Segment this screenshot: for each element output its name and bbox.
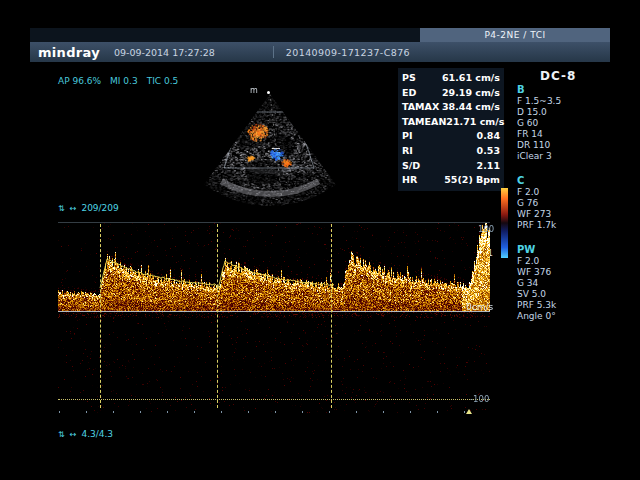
measurement-label: PS [402, 71, 416, 86]
measurement-label: RI [402, 144, 413, 159]
measurement-row: RI 0.53 [402, 144, 500, 159]
ultrasound-screen: P4-2NE / TCI mindray 09-09-2014 17:27:28… [0, 0, 640, 480]
section-label-c: C [517, 175, 609, 187]
time-position-marker [466, 409, 472, 414]
velocity-scale-bottom: -100 [470, 394, 489, 404]
param-item: PRF 1.7k [517, 220, 609, 231]
mechanical-index: MI 0.3 [110, 76, 138, 86]
param-item: WF 376 [517, 267, 609, 278]
param-item: F 2.0 [517, 187, 609, 198]
param-item: FR 14 [517, 129, 609, 140]
measure-marker-line-1 [100, 224, 101, 408]
measurement-value: 21.71 cm/s [446, 115, 504, 130]
thermal-index: TIC 0.5 [147, 76, 179, 86]
measurement-label: HR [402, 173, 417, 188]
param-item: SV 5.0 [517, 289, 609, 300]
velocity-scale-zero: 0cm/s [466, 302, 493, 312]
sweep-scroll-icon[interactable]: ⇅ [58, 430, 65, 439]
header-bar: mindray 09-09-2014 17:27:28 20140909-171… [30, 42, 610, 62]
spectral-doppler-area [58, 222, 490, 413]
velocity-scale-top: 100 [478, 224, 494, 234]
param-item: D 15.0 [517, 107, 609, 118]
measurement-value: 61.61 cm/s [442, 71, 500, 86]
probe-tab[interactable]: P4-2NE / TCI [420, 28, 610, 42]
param-item: WF 273 [517, 209, 609, 220]
section-label-b: B [517, 84, 609, 96]
param-item: F 1.5~3.5 [517, 96, 609, 107]
measurement-label: TAMAX [402, 100, 439, 115]
param-item: G 76 [517, 198, 609, 209]
sidebar-section-pw: PW F 2.0 WF 376 G 34 SV 5.0 PRF 5.3k Ang… [517, 244, 609, 322]
measure-marker-line-2 [217, 224, 218, 408]
probe-apex-dot [267, 91, 270, 94]
measurement-value: 0.84 [477, 129, 500, 144]
measurement-row: HR 55(2) Bpm [402, 173, 500, 188]
orientation-marker: m [250, 86, 258, 95]
measurement-value: 2.11 [477, 159, 500, 174]
top-strip: P4-2NE / TCI [30, 28, 610, 42]
measurement-label: ED [402, 86, 416, 101]
param-item: iClear 3 [517, 151, 609, 162]
sidebar-section-c: C F 2.0 G 76 WF 273 PRF 1.7k [517, 175, 609, 231]
measurement-row: PI 0.84 [402, 129, 500, 144]
sweep-counter: 4.3/4.3 [81, 429, 113, 439]
measurement-row: S/D 2.11 [402, 159, 500, 174]
sweep-range-icon[interactable]: ↔ [70, 430, 77, 439]
color-doppler-scale-bar [501, 188, 508, 258]
datetime-text: 09-09-2014 17:27:28 [114, 47, 215, 58]
section-label-pw: PW [517, 244, 609, 256]
param-item: PRF 5.3k [517, 300, 609, 311]
parameter-sidebar: B F 1.5~3.5 D 15.0 G 60 FR 14 DR 110 iCl… [517, 84, 609, 335]
b-mode-sector-image [186, 88, 356, 216]
param-item: Angle 0° [517, 311, 609, 322]
sidebar-section-b: B F 1.5~3.5 D 15.0 G 60 FR 14 DR 110 iCl… [517, 84, 609, 162]
measurement-value: 55(2) Bpm [444, 173, 500, 188]
measurement-label: S/D [402, 159, 420, 174]
pw-spectrum-canvas [58, 223, 490, 413]
param-item: G 34 [517, 278, 609, 289]
cine-counter: 209/209 [81, 203, 118, 213]
measurement-row: PS 61.61 cm/s [402, 71, 500, 86]
measurement-value: 0.53 [477, 144, 500, 159]
measurement-label: TAMEAN [402, 115, 446, 130]
time-ruler-ticks [59, 411, 489, 413]
measure-marker-line-3 [331, 224, 332, 408]
cine-scroll-icon[interactable]: ⇅ [58, 204, 65, 213]
param-item: DR 110 [517, 140, 609, 151]
patient-id: 20140909-171237-C876 [286, 47, 410, 58]
measurement-value: 38.44 cm/s [442, 100, 500, 115]
velocity-marker-dotted-line [58, 399, 490, 400]
measurement-row: TAMAX 38.44 cm/s [402, 100, 500, 115]
param-item: G 60 [517, 118, 609, 129]
measurement-results-panel: PS 61.61 cm/s ED 29.19 cm/s TAMAX 38.44 … [398, 68, 504, 191]
measurement-row: TAMEAN 21.71 cm/s [402, 115, 500, 130]
measurement-row: ED 29.19 cm/s [402, 86, 500, 101]
brand-logo: mindray [38, 45, 100, 60]
machine-model-label: DC-8 [540, 69, 576, 83]
header-divider [273, 46, 274, 58]
measurement-value: 29.19 cm/s [442, 86, 500, 101]
acoustic-power: AP 96.6% [58, 76, 101, 86]
cine-range-icon[interactable]: ↔ [70, 204, 77, 213]
acoustic-output-info: AP 96.6% MI 0.3 TIC 0.5 [58, 76, 178, 86]
param-item: F 2.0 [517, 256, 609, 267]
cine-counter-row: ⇅ ↔ 209/209 [58, 203, 119, 213]
sweep-time-row: ⇅ ↔ 4.3/4.3 [58, 429, 113, 439]
measurement-label: PI [402, 129, 413, 144]
